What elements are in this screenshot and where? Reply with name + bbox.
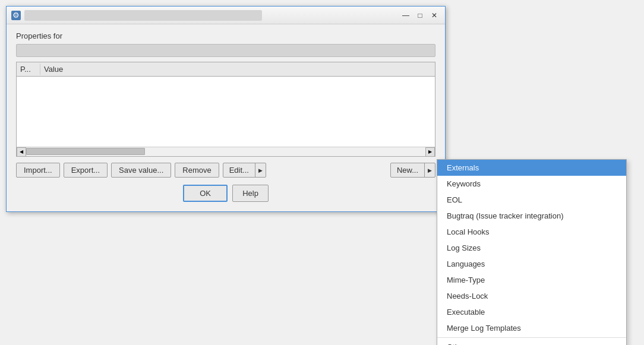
properties-table: P... Value ◀ ▶ bbox=[16, 62, 435, 157]
menu-item-local-hooks[interactable]: Local Hooks bbox=[437, 224, 626, 240]
new-arrow-icon[interactable]: ▶ bbox=[425, 165, 435, 176]
scroll-track[interactable] bbox=[26, 147, 425, 157]
window-body: Properties for P... Value ◀ ▶ Import... … bbox=[7, 24, 445, 211]
scroll-right-arrow[interactable]: ▶ bbox=[425, 147, 435, 157]
menu-item-bugtraq-(issue-tracker-integration)[interactable]: Bugtraq (Issue tracker integration) bbox=[437, 208, 626, 224]
menu-item-executable[interactable]: Executable bbox=[437, 304, 626, 320]
import-button[interactable]: Import... bbox=[16, 163, 60, 178]
ok-cancel-row: OK Help bbox=[16, 185, 435, 202]
button-row: Import... Export... Save value... Remove… bbox=[16, 163, 435, 178]
horizontal-scrollbar[interactable]: ◀ ▶ bbox=[17, 147, 435, 156]
title-bar-left: ⚙ bbox=[11, 10, 262, 21]
maximize-button[interactable]: □ bbox=[414, 10, 426, 21]
export-button[interactable]: Export... bbox=[64, 163, 108, 178]
edit-arrow-icon[interactable]: ▶ bbox=[255, 165, 266, 176]
title-bar-controls: — □ ✕ bbox=[400, 10, 440, 21]
save-value-button[interactable]: Save value... bbox=[111, 163, 171, 178]
menu-divider bbox=[437, 337, 626, 338]
table-header: P... Value bbox=[17, 62, 435, 77]
ok-button[interactable]: OK bbox=[183, 185, 228, 202]
menu-item-eol[interactable]: EOL bbox=[437, 192, 626, 208]
menu-item-needs-lock[interactable]: Needs-Lock bbox=[437, 288, 626, 304]
properties-for-label: Properties for bbox=[16, 31, 435, 40]
menu-item-languages[interactable]: Languages bbox=[437, 256, 626, 272]
menu-item-log-sizes[interactable]: Log Sizes bbox=[437, 240, 626, 256]
edit-label[interactable]: Edit... bbox=[223, 163, 255, 177]
path-bar bbox=[16, 44, 435, 57]
minimize-button[interactable]: — bbox=[400, 10, 412, 21]
table-body bbox=[17, 77, 435, 154]
remove-button[interactable]: Remove bbox=[175, 163, 219, 178]
scroll-thumb[interactable] bbox=[26, 148, 145, 155]
new-label[interactable]: New... bbox=[391, 163, 425, 177]
menu-item-other[interactable]: Other bbox=[437, 339, 626, 345]
scroll-left-arrow[interactable]: ◀ bbox=[17, 147, 26, 157]
edit-button-group[interactable]: Edit... ▶ bbox=[223, 163, 266, 178]
menu-item-merge-log-templates[interactable]: Merge Log Templates bbox=[437, 320, 626, 336]
title-text bbox=[24, 10, 262, 21]
dropdown-menu: ExternalsKeywordsEOLBugtraq (Issue track… bbox=[437, 159, 627, 345]
new-button-group[interactable]: New... ▶ bbox=[390, 163, 435, 178]
app-icon: ⚙ bbox=[11, 11, 21, 20]
col-value-header: Value bbox=[40, 64, 67, 75]
help-button[interactable]: Help bbox=[232, 185, 269, 202]
close-button[interactable]: ✕ bbox=[428, 10, 440, 21]
menu-item-keywords[interactable]: Keywords bbox=[437, 176, 626, 192]
main-window: ⚙ — □ ✕ Properties for P... Value ◀ bbox=[6, 6, 446, 212]
col-p-header: P... bbox=[17, 64, 40, 75]
menu-item-externals[interactable]: Externals bbox=[437, 160, 626, 176]
menu-item-mime-type[interactable]: Mime-Type bbox=[437, 272, 626, 288]
title-bar: ⚙ — □ ✕ bbox=[7, 7, 445, 24]
